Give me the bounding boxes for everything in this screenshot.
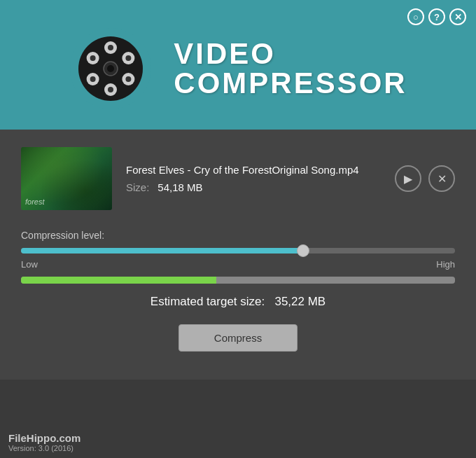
estimated-size-label: Estimated target size:: [150, 295, 265, 308]
help-icon: ?: [434, 12, 440, 22]
file-details: Forest Elves - Cry of the ForestOriginal…: [126, 164, 381, 193]
compression-slider-container[interactable]: [21, 248, 455, 254]
slider-fill: [21, 248, 303, 254]
estimated-size-value: 35,22 MB: [274, 295, 326, 308]
slider-track: [21, 248, 455, 254]
slider-high-label: High: [436, 259, 455, 270]
svg-point-9: [126, 76, 132, 82]
remove-icon: ✕: [438, 172, 447, 186]
header-inner: VIDEO COMPRESSOR: [69, 27, 407, 111]
header: ○ ? ✕: [0, 0, 476, 130]
play-icon: ▶: [404, 172, 412, 186]
window-controls: ○ ? ✕: [407, 8, 466, 25]
svg-point-11: [108, 87, 113, 92]
help-button[interactable]: ?: [428, 8, 445, 25]
file-name: Forest Elves - Cry of the ForestOriginal…: [126, 164, 381, 176]
svg-point-3: [107, 65, 114, 72]
svg-point-13: [90, 76, 96, 82]
video-thumbnail: forest: [21, 147, 112, 210]
close-icon: ✕: [454, 12, 462, 22]
main-content: forest Forest Elves - Cry of the ForestO…: [0, 130, 476, 380]
app-title: VIDEO COMPRESSOR: [174, 39, 407, 98]
compress-button[interactable]: Compress: [178, 324, 298, 352]
footer-brand: FileHippo.com: [8, 432, 468, 444]
file-size-value: 54,18 MB: [158, 181, 202, 193]
svg-point-5: [108, 45, 113, 50]
file-size-row: Size: 54,18 MB: [126, 181, 381, 193]
file-actions: ▶ ✕: [395, 165, 455, 192]
file-size-label: Size:: [126, 181, 149, 193]
slider-thumb[interactable]: [297, 244, 309, 257]
estimated-size: Estimated target size: 35,22 MB: [21, 295, 455, 309]
minimize-icon: ○: [413, 12, 419, 22]
slider-range-labels: Low High: [21, 259, 455, 270]
compress-btn-container: Compress: [21, 324, 455, 352]
svg-point-15: [90, 55, 96, 61]
close-button[interactable]: ✕: [449, 8, 466, 25]
app-title-video: VIDEO: [174, 39, 276, 69]
app-title-compressor: COMPRESSOR: [174, 69, 407, 98]
file-info-row: forest Forest Elves - Cry of the ForestO…: [21, 147, 455, 210]
compression-label: Compression level:: [21, 230, 455, 241]
footer-version: Version: 3.0 (2016): [8, 444, 468, 452]
size-bar-fill: [21, 277, 216, 284]
thumbnail-label: forest: [25, 197, 45, 206]
film-reel-icon: [69, 27, 153, 111]
minimize-button[interactable]: ○: [407, 8, 424, 25]
size-bar-container: [21, 277, 455, 284]
footer: FileHippo.com Version: 3.0 (2016): [0, 428, 476, 458]
play-button[interactable]: ▶: [395, 165, 421, 192]
remove-button[interactable]: ✕: [428, 165, 455, 192]
slider-low-label: Low: [21, 259, 38, 270]
svg-point-7: [126, 55, 132, 61]
compression-section: Compression level: Low High: [21, 230, 455, 284]
